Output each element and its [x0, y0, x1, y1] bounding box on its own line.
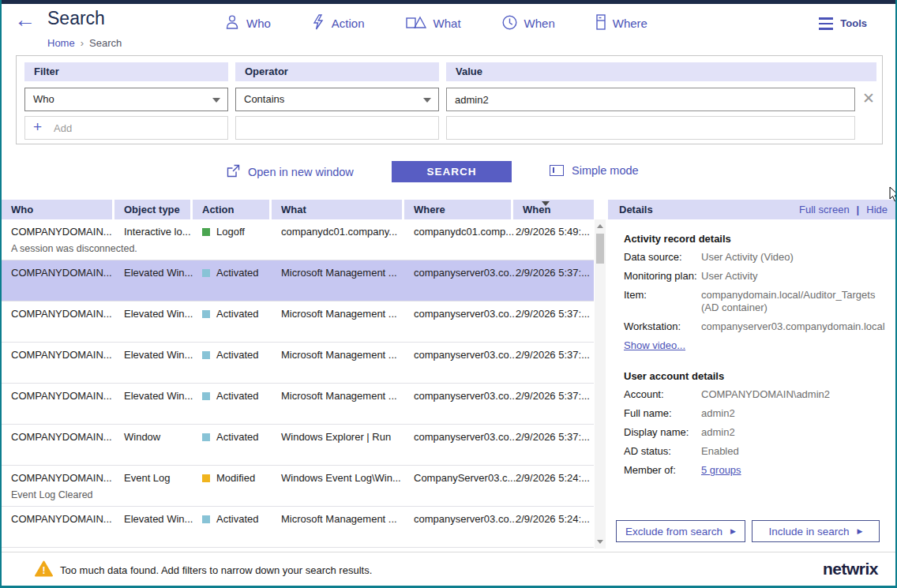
add-filter-label: Add — [54, 122, 72, 134]
column-header-when[interactable]: When — [513, 200, 594, 219]
nav-label: Action — [332, 17, 365, 30]
nav-when[interactable]: When — [502, 14, 555, 32]
row-note: Event Log Cleared — [11, 489, 93, 500]
activity-record-heading: Activity record details — [624, 233, 731, 245]
monitoring-plan-value: User Activity — [701, 270, 891, 283]
status-bar: ! Too much data found. Add filters to na… — [2, 552, 895, 586]
user-account-heading: User account details — [624, 370, 724, 382]
breadcrumb: Home›Search — [47, 37, 122, 49]
person-icon — [225, 14, 239, 32]
data-source-label: Data source: — [624, 251, 682, 263]
results-table: COMPANYDOMAIN... Interactive lo... Logof… — [2, 219, 594, 548]
nav-what[interactable]: What — [406, 14, 461, 32]
action-label: Activated — [216, 349, 258, 361]
display-name-label: Display name: — [624, 426, 689, 438]
scroll-down-icon[interactable] — [597, 540, 603, 544]
cell-what: Microsoft Management ... — [281, 267, 397, 279]
table-row[interactable]: COMPANYDOMAIN... Interactive lo... Logof… — [2, 219, 594, 260]
simple-mode-toggle[interactable]: Simple mode — [550, 164, 639, 177]
tools-label: Tools — [840, 17, 867, 29]
operator-column-header: Operator — [235, 62, 439, 81]
breadcrumb-home-link[interactable]: Home — [47, 37, 75, 49]
table-row[interactable]: COMPANYDOMAIN... Elevated Win... Activat… — [2, 384, 594, 425]
cell-what: Microsoft Management ... — [281, 390, 397, 402]
clock-icon — [502, 15, 517, 32]
details-header-separator: | — [857, 200, 860, 219]
column-header-where[interactable]: Where — [404, 200, 511, 219]
table-row-selected[interactable]: COMPANYDOMAIN... Elevated Win... Activat… — [2, 260, 594, 301]
clear-filter-icon[interactable]: ✕ — [859, 89, 878, 108]
cell-when: 2/9/2026 5:37:... — [516, 431, 593, 443]
right-arrow-icon: ▶ — [730, 527, 736, 535]
filter-dropdown[interactable]: Who — [24, 88, 228, 111]
cell-object-type: Elevated Win... — [124, 349, 193, 361]
cell-who: COMPANYDOMAIN... — [11, 390, 112, 402]
empty-operator-input[interactable] — [235, 116, 439, 140]
search-button[interactable]: SEARCH — [392, 161, 512, 182]
table-row[interactable]: COMPANYDOMAIN... Elevated Win... Activat… — [2, 301, 594, 343]
cell-when: 2/9/2026 5:37:... — [516, 349, 593, 361]
full-screen-link[interactable]: Full screen — [799, 200, 850, 219]
data-source-value: User Activity (Video) — [701, 251, 891, 264]
item-value: companydomain.local/Auditor_Targets (AD … — [701, 289, 891, 314]
filter-builder-panel: Filter Operator Value Who Contains ✕ + A… — [16, 55, 883, 144]
window-top-bar — [2, 0, 895, 4]
column-header-who[interactable]: Who — [2, 200, 112, 219]
value-input[interactable] — [446, 88, 855, 111]
action-label: Activated — [216, 390, 258, 402]
workstation-value: companyserver03.companydomain.local — [701, 320, 891, 333]
include-in-search-button[interactable]: Include in search ▶ — [752, 520, 880, 542]
column-header-action[interactable]: Action — [193, 200, 269, 219]
show-video-link[interactable]: Show video... — [624, 339, 685, 351]
cell-object-type: Window — [124, 431, 160, 443]
table-scrollbar[interactable] — [595, 219, 606, 549]
hamburger-icon — [819, 17, 833, 30]
cell-who: COMPANYDOMAIN... — [11, 226, 112, 238]
open-in-new-window-link[interactable]: Open in new window — [227, 164, 354, 180]
tools-menu[interactable]: Tools — [819, 17, 867, 30]
column-header-what[interactable]: What — [272, 200, 402, 219]
chevron-down-icon — [212, 98, 220, 103]
scrollbar-thumb[interactable] — [596, 234, 604, 264]
plus-icon: + — [33, 118, 42, 136]
empty-value-input[interactable] — [446, 116, 855, 140]
exclude-from-search-button[interactable]: Exclude from search ▶ — [616, 520, 745, 542]
cell-who: COMPANYDOMAIN... — [11, 349, 112, 361]
cell-action: Logoff — [202, 226, 245, 238]
status-square-icon — [202, 310, 210, 318]
cell-who: COMPANYDOMAIN... — [11, 431, 112, 443]
column-header-object-type[interactable]: Object type — [114, 200, 190, 219]
table-row[interactable]: COMPANYDOMAIN... Elevated Win... Activat… — [2, 343, 594, 384]
cell-what: companydc01.company... — [281, 226, 397, 238]
groups-link[interactable]: 5 groups — [701, 464, 891, 477]
cell-when: 2/9/2026 5:37:... — [516, 390, 593, 402]
account-label: Account: — [624, 388, 664, 400]
cell-what: Windows Explorer | Run — [281, 431, 391, 443]
action-label: Activated — [216, 308, 258, 320]
workstation-label: Workstation: — [624, 320, 681, 332]
row-note: A session was disconnected. — [11, 243, 137, 254]
cell-who: COMPANYDOMAIN... — [11, 267, 112, 279]
account-value: COMPANYDOMAIN\admin2 — [701, 388, 891, 401]
operator-dropdown[interactable]: Contains — [235, 88, 439, 111]
table-row[interactable]: COMPANYDOMAIN... Event Log Modified Wind… — [2, 466, 594, 507]
status-square-icon — [202, 351, 210, 359]
cell-object-type: Elevated Win... — [124, 513, 193, 525]
cell-action: Activated — [202, 308, 258, 320]
back-arrow-icon[interactable]: ← — [14, 9, 36, 31]
hide-link[interactable]: Hide — [866, 200, 888, 219]
nav-action[interactable]: Action — [312, 14, 365, 32]
action-label: Activated — [216, 431, 258, 443]
nav-who[interactable]: Who — [225, 14, 271, 32]
add-filter-row[interactable]: + Add — [24, 116, 228, 140]
table-row[interactable]: COMPANYDOMAIN... Window Activated Window… — [2, 425, 594, 466]
cell-where: companyserver03.co... — [414, 513, 518, 525]
breadcrumb-current: Search — [89, 37, 122, 49]
nav-where[interactable]: Where — [596, 14, 647, 32]
scroll-up-icon[interactable] — [597, 224, 603, 228]
full-name-label: Full name: — [624, 407, 672, 419]
cell-object-type: Elevated Win... — [124, 390, 193, 402]
item-label: Item: — [624, 289, 647, 301]
page-title: Search — [47, 8, 105, 29]
table-row[interactable]: COMPANYDOMAIN... Elevated Win... Activat… — [2, 507, 594, 548]
